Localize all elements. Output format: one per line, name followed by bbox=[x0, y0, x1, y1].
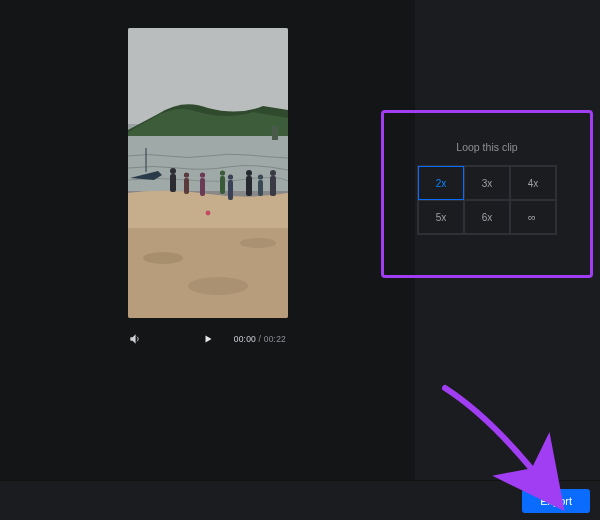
svg-point-4 bbox=[188, 277, 248, 295]
video-preview[interactable] bbox=[128, 28, 288, 318]
svg-point-3 bbox=[143, 252, 183, 264]
loop-option-3x[interactable]: 3x bbox=[464, 166, 510, 200]
settings-pane: Loop this clip 2x 3x 4x 5x 6x ∞ bbox=[415, 0, 600, 480]
loop-panel-title: Loop this clip bbox=[402, 141, 572, 153]
svg-rect-22 bbox=[270, 176, 276, 196]
svg-point-23 bbox=[270, 170, 276, 176]
svg-point-19 bbox=[246, 170, 252, 176]
svg-point-12 bbox=[200, 172, 205, 177]
svg-rect-9 bbox=[184, 178, 189, 194]
preview-pane: 00:00 / 00:22 bbox=[0, 0, 415, 480]
current-time: 00:00 bbox=[234, 334, 256, 344]
svg-rect-18 bbox=[246, 176, 252, 196]
svg-rect-11 bbox=[200, 178, 205, 196]
app-root: 00:00 / 00:22 Loop this clip 2x 3x 4x 5x… bbox=[0, 0, 600, 520]
loop-option-infinite[interactable]: ∞ bbox=[510, 200, 556, 234]
svg-point-13 bbox=[206, 211, 211, 216]
svg-point-5 bbox=[240, 238, 276, 248]
time-display: 00:00 / 00:22 bbox=[234, 334, 286, 344]
svg-point-17 bbox=[228, 174, 233, 179]
loop-option-4x[interactable]: 4x bbox=[510, 166, 556, 200]
total-duration: 00:22 bbox=[264, 334, 286, 344]
svg-point-10 bbox=[184, 172, 189, 177]
volume-icon[interactable] bbox=[128, 332, 142, 346]
loop-option-5x[interactable]: 5x bbox=[418, 200, 464, 234]
svg-point-15 bbox=[220, 170, 225, 175]
content-area: 00:00 / 00:22 Loop this clip 2x 3x 4x 5x… bbox=[0, 0, 600, 480]
svg-point-21 bbox=[258, 174, 263, 179]
svg-rect-2 bbox=[128, 136, 288, 191]
svg-rect-16 bbox=[228, 180, 233, 200]
loop-options-grid: 2x 3x 4x 5x 6x ∞ bbox=[417, 165, 557, 235]
svg-rect-7 bbox=[170, 174, 176, 192]
loop-option-6x[interactable]: 6x bbox=[464, 200, 510, 234]
loop-option-2x[interactable]: 2x bbox=[418, 166, 464, 200]
svg-rect-20 bbox=[258, 180, 263, 196]
play-button[interactable] bbox=[199, 330, 217, 348]
svg-rect-14 bbox=[220, 176, 225, 194]
export-button[interactable]: Export bbox=[522, 489, 590, 513]
infinity-icon: ∞ bbox=[528, 211, 538, 223]
bottom-bar: Export bbox=[0, 480, 600, 520]
svg-point-8 bbox=[170, 168, 176, 174]
svg-rect-24 bbox=[272, 126, 278, 140]
playback-controls: 00:00 / 00:22 bbox=[128, 327, 288, 351]
loop-panel-highlight: Loop this clip 2x 3x 4x 5x 6x ∞ bbox=[381, 110, 593, 278]
